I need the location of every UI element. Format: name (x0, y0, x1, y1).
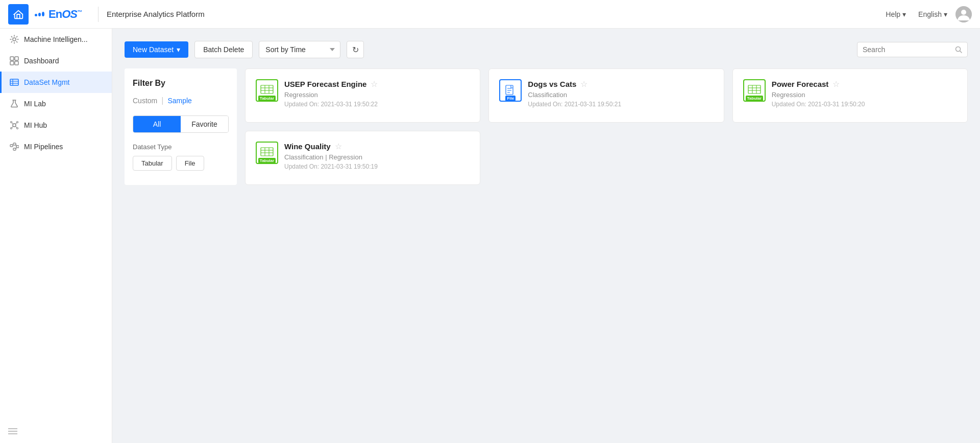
batch-delete-label: Batch Delete (203, 45, 244, 54)
filter-tab-custom[interactable]: Custom (133, 97, 157, 105)
header-right: Help ▾ English ▾ (881, 6, 972, 22)
card-title-area-2: Dogs vs Cats ☆ Classification Updated On… (528, 79, 713, 108)
card-header-4: Tabular Wine Quality ☆ Classification | … (256, 142, 470, 170)
card-updated-2: Updated On: 2021-03-31 19:50:21 (528, 101, 713, 108)
filter-tabs: Custom | Sample (133, 96, 229, 105)
card-name-4: Wine Quality (284, 142, 331, 151)
dataset-card-2[interactable]: File Dogs vs Cats ☆ Classification Updat… (488, 68, 724, 123)
svg-line-25 (16, 144, 16, 147)
sidebar-item-machine-intelligence[interactable]: Machine Intelligen... (0, 29, 112, 50)
card-icon-1: Tabular (256, 79, 278, 102)
sidebar-collapse-button[interactable] (0, 422, 112, 443)
app-body: Machine Intelligen... Dashboard DataSet … (0, 29, 980, 443)
type-btn-group: Tabular File (133, 156, 229, 171)
language-chevron-icon: ▾ (944, 10, 947, 18)
card-icon-2: File (499, 79, 522, 102)
filter-panel: Filter By Custom | Sample All Favorite D… (125, 68, 237, 185)
collapse-icon (8, 428, 17, 435)
user-avatar[interactable] (955, 6, 972, 22)
tabular-table-icon-3 (748, 85, 761, 96)
sidebar-item-mi-pipelines[interactable]: MI Pipelines (0, 136, 112, 157)
toolbar-row: New Dataset ▾ Batch Delete Sort by Time … (125, 41, 968, 58)
card-title-area-1: USEP Forecast Engine ☆ Regression Update… (284, 79, 470, 108)
sort-select-wrap: Sort by Time Sort by Name (259, 41, 340, 58)
filter-tab-sample[interactable]: Sample (167, 97, 191, 105)
type-btn-tabular[interactable]: Tabular (133, 156, 172, 171)
logo-dots (35, 12, 44, 16)
card-updated-4: Updated On: 2021-03-31 19:50:19 (284, 163, 470, 170)
sort-select[interactable]: Sort by Time Sort by Name (259, 41, 340, 58)
content-area: Filter By Custom | Sample All Favorite D… (125, 68, 968, 185)
card-updated-1: Updated On: 2021-03-31 19:50:22 (284, 101, 470, 108)
language-label: English (918, 10, 942, 18)
svg-rect-20 (10, 145, 13, 147)
card-header-2: File Dogs vs Cats ☆ Classification Updat… (499, 79, 713, 108)
tabular-table-icon (260, 85, 274, 96)
dataset-card-4[interactable]: Tabular Wine Quality ☆ Classification | … (245, 131, 480, 185)
svg-line-17 (15, 123, 17, 124)
svg-point-1 (961, 10, 966, 15)
dataset-icon (10, 78, 19, 87)
hub-icon (10, 121, 19, 130)
svg-rect-37 (506, 85, 513, 95)
pipeline-icon (10, 142, 19, 151)
svg-rect-6 (15, 61, 18, 65)
logo-divider (98, 7, 99, 22)
sidebar-item-dataset-mgmt[interactable]: DataSet Mgmt (0, 72, 112, 93)
card-header-3: Tabular Power Forecast ☆ Regression Upda… (743, 79, 957, 108)
card-name-row-4: Wine Quality ☆ (284, 142, 470, 151)
sidebar: Machine Intelligen... Dashboard DataSet … (0, 29, 112, 443)
card-favorite-star-3[interactable]: ☆ (832, 79, 840, 89)
svg-point-15 (17, 128, 18, 129)
logo-text: EnOS™ (48, 8, 82, 21)
type-btn-file[interactable]: File (176, 156, 204, 171)
file-label-2: File (505, 96, 516, 101)
card-favorite-star-2[interactable]: ☆ (580, 79, 587, 89)
svg-line-31 (960, 51, 962, 53)
svg-rect-7 (10, 79, 18, 85)
card-favorite-star-4[interactable]: ☆ (335, 142, 342, 151)
tabular-label-3: Tabular (746, 96, 763, 101)
main-content: New Dataset ▾ Batch Delete Sort by Time … (112, 29, 980, 443)
search-box (857, 42, 968, 57)
filter-title: Filter By (133, 79, 229, 88)
card-name-row-2: Dogs vs Cats ☆ (528, 79, 713, 89)
top-header: EnOS™ Enterprise Analytics Platform Help… (0, 0, 980, 29)
sidebar-label-mi-hub: MI Hub (24, 121, 47, 129)
card-name-row-1: USEP Forecast Engine ☆ (284, 79, 470, 89)
search-input[interactable] (863, 45, 952, 54)
dataset-card-1[interactable]: Tabular USEP Forecast Engine ☆ Regressio… (245, 68, 480, 123)
svg-rect-32 (261, 85, 273, 94)
logo-area: EnOS™ (35, 8, 82, 21)
tabular-label-1: Tabular (258, 96, 276, 101)
dataset-card-3[interactable]: Tabular Power Forecast ☆ Regression Upda… (732, 68, 968, 123)
svg-line-18 (12, 126, 13, 128)
sidebar-item-mi-hub[interactable]: MI Hub (0, 114, 112, 136)
card-favorite-star-1[interactable]: ☆ (371, 79, 378, 89)
help-chevron-icon: ▾ (902, 10, 906, 18)
dataset-type-label: Dataset Type (133, 143, 229, 151)
cards-area: Tabular USEP Forecast Engine ☆ Regressio… (245, 68, 968, 185)
new-dataset-button[interactable]: New Dataset ▾ (125, 41, 188, 58)
search-icon (955, 46, 962, 53)
svg-point-2 (13, 38, 16, 41)
sidebar-item-dashboard[interactable]: Dashboard (0, 50, 112, 72)
language-button[interactable]: English ▾ (914, 8, 951, 20)
svg-line-16 (12, 123, 13, 124)
home-button[interactable] (8, 4, 29, 25)
favorite-button[interactable]: Favorite (181, 116, 228, 132)
gear-cog-icon (10, 35, 19, 44)
card-name-2: Dogs vs Cats (528, 80, 576, 88)
file-icon-svg (504, 85, 517, 96)
card-title-area-3: Power Forecast ☆ Regression Updated On: … (772, 79, 957, 108)
all-button[interactable]: All (133, 116, 181, 132)
sidebar-item-mi-lab[interactable]: MI Lab (0, 93, 112, 114)
card-icon-4: Tabular (256, 142, 278, 164)
card-name-row-3: Power Forecast ☆ (772, 79, 957, 89)
refresh-button[interactable]: ↻ (347, 41, 364, 58)
batch-delete-button[interactable]: Batch Delete (194, 41, 253, 58)
svg-point-13 (17, 122, 18, 123)
help-button[interactable]: Help ▾ (881, 8, 910, 20)
card-type-1: Regression (284, 91, 470, 99)
card-type-2: Classification (528, 91, 713, 99)
